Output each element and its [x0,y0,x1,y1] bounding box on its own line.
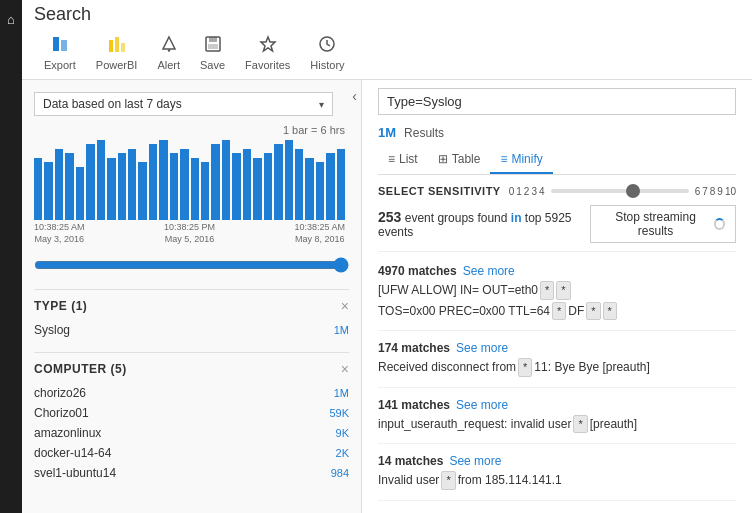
scale-1: 1 [516,186,522,197]
result-content-3: Invalid user * from 185.114.141.1 [378,471,736,490]
save-icon [204,35,222,57]
computer-filter-close-button[interactable]: × [341,361,349,377]
main-container: Search Export PowerBI Alert [22,0,752,513]
minify-tab-icon: ≡ [500,152,507,166]
event-groups-bar: 253 event groups found in top 5925 event… [378,205,736,252]
sidebar-home-button[interactable]: ⌂ [0,8,22,30]
scale-9: 9 [717,186,723,197]
save-label: Save [200,59,225,71]
scale-2: 2 [524,186,530,197]
chart-bar [222,140,230,220]
loading-spinner [714,218,725,230]
match-count-2: 141 matches [378,398,450,412]
tag-0-3: * [586,302,600,321]
date-filter-label: Data based on last 7 days [43,97,182,111]
favorites-button[interactable]: Favorites [235,31,300,79]
see-more-1[interactable]: See more [456,341,508,355]
event-groups-text1: event groups found [405,211,508,225]
computer-label-1: Chorizo01 [34,406,89,420]
table-tab-label: Table [452,152,481,166]
scale-4: 4 [539,186,545,197]
tab-table[interactable]: ⊞ Table [428,148,491,174]
type-filter-section: TYPE (1) × Syslog 1M [34,289,349,340]
tab-list[interactable]: ≡ List [378,148,428,174]
chart-bar [232,153,240,220]
chart-bar [118,153,126,220]
computer-value-3: 2K [336,447,349,459]
stop-streaming-button[interactable]: Stop streaming results [590,205,736,243]
result-match-line-0: 4970 matches See more [378,264,736,278]
computer-value-0: 1M [334,387,349,399]
chart-bar [243,149,251,220]
date-filter-dropdown[interactable]: Data based on last 7 days ▾ [34,92,333,116]
results-list: 4970 matches See more [UFW ALLOW] IN= OU… [378,264,736,513]
svg-rect-7 [209,37,217,42]
topbar: Search Export PowerBI Alert [22,0,752,80]
computer-filter-section: COMPUTER (5) × chorizo26 1M Chorizo01 59… [34,352,349,483]
computer-row-4: svel1-ubuntu14 984 [34,463,349,483]
page-title: Search [34,4,740,29]
result-entry-2: 141 matches See more input_userauth_requ… [378,398,736,445]
favorites-icon [259,35,277,57]
result-content-2: input_userauth_request: invalid user * [… [378,415,736,434]
see-more-3[interactable]: See more [449,454,501,468]
chart-container: 1 bar = 6 hrs 10:38:25 AM May 3, 2016 10… [34,124,345,245]
save-button[interactable]: Save [190,31,235,79]
scale-10: 10 [725,186,736,197]
powerbi-button[interactable]: PowerBI [86,31,148,79]
type-filter-header: TYPE (1) × [34,298,349,314]
export-button[interactable]: Export [34,31,86,79]
alert-icon [160,35,178,57]
chart-bar [326,153,334,220]
powerbi-icon [108,35,126,57]
right-panel: Type=Syslog 1M Results ≡ List ⊞ Table ≡ [362,80,752,513]
tab-minify[interactable]: ≡ Minify [490,148,552,174]
sensitivity-track [551,189,689,193]
chart-bar [201,162,209,220]
minify-tab-label: Minify [511,152,542,166]
sidebar: ⌂ [0,0,22,513]
computer-label-3: docker-u14-64 [34,446,111,460]
chart-bar [295,149,303,220]
toolbar: Export PowerBI Alert Save [34,29,740,79]
computer-value-4: 984 [331,467,349,479]
sensitivity-label: SELECT SENSITIVITY [378,185,501,197]
computer-row-3: docker-u14-64 2K [34,443,349,463]
found-highlight: in [511,211,522,225]
alert-button[interactable]: Alert [147,31,190,79]
chart-bar [65,153,73,220]
time-range-slider[interactable] [34,257,349,273]
type-filter-close-button[interactable]: × [341,298,349,314]
see-more-2[interactable]: See more [456,398,508,412]
chart-bar [149,144,157,220]
collapse-button[interactable]: ‹ [352,88,357,104]
result-entry-0: 4970 matches See more [UFW ALLOW] IN= OU… [378,264,736,331]
computer-label-4: svel1-ubuntu14 [34,466,116,480]
type-filter-row-syslog: Syslog 1M [34,320,349,340]
favorites-label: Favorites [245,59,290,71]
chart-bar [316,162,324,220]
chart-label-2: 10:38:25 PM May 5, 2016 [164,222,215,245]
result-match-line-1: 174 matches See more [378,341,736,355]
computer-row-1: Chorizo01 59K [34,403,349,423]
scale-3: 3 [531,186,537,197]
computer-row-0: chorizo26 1M [34,383,349,403]
chart-bar [44,162,52,220]
history-label: History [310,59,344,71]
match-count-1: 174 matches [378,341,450,355]
tag-0-1: * [556,281,570,300]
powerbi-label: PowerBI [96,59,138,71]
chart-bar [76,167,84,220]
see-more-0[interactable]: See more [463,264,515,278]
type-filter-value: 1M [334,324,349,336]
export-label: Export [44,59,76,71]
chart-bar [34,158,42,220]
result-match-line-2: 141 matches See more [378,398,736,412]
chart-bar [253,158,261,220]
sensitivity-thumb [626,184,640,198]
history-button[interactable]: History [300,31,354,79]
query-bar[interactable]: Type=Syslog [378,88,736,115]
bar-info: 1 bar = 6 hrs [34,124,345,136]
chart-label-3: 10:38:25 AM May 8, 2016 [294,222,345,245]
tag-0-4: * [603,302,617,321]
